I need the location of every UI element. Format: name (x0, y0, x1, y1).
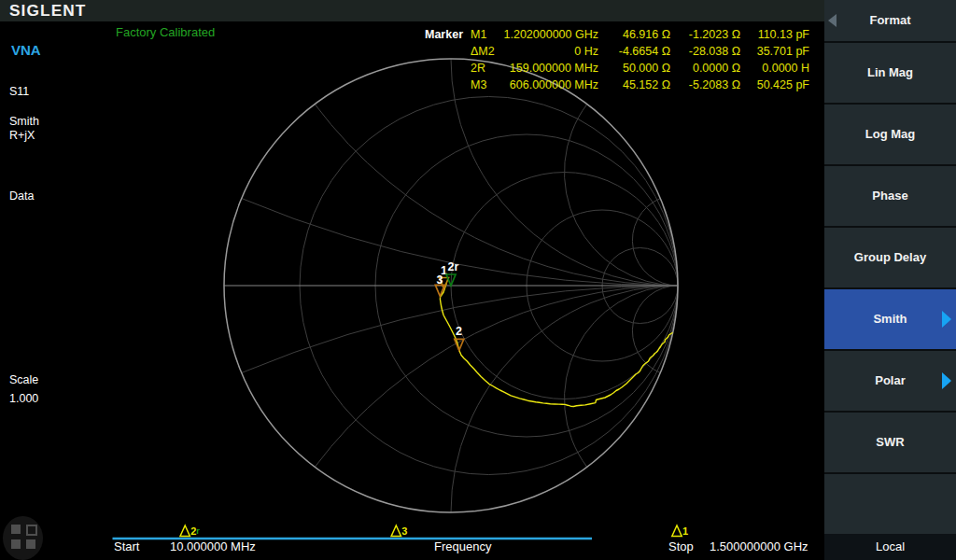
delta-marker-triangle (672, 525, 682, 537)
marker-name: M3 (471, 77, 486, 93)
stop-value[interactable]: 1.500000000 GHz (710, 539, 808, 553)
scale-value: 1.000 (9, 392, 38, 405)
back-arrow-icon (828, 14, 836, 27)
chart-marker-label: 2 (456, 325, 462, 338)
marker-resistance: 46.916 Ω (623, 26, 670, 43)
marker-resistance: -4.6654 Ω (619, 43, 670, 60)
chart-marker-label: 3 (437, 273, 443, 287)
marker-table-header: Marker (425, 26, 463, 43)
format-sub-label: R+jX (9, 129, 35, 142)
menu-item-lin-mag[interactable]: Lin Mag (824, 43, 956, 103)
top-bar: SIGLENT (0, 0, 824, 21)
marker-resistance: 45.152 Ω (623, 77, 670, 93)
marker-reactance: -1.2023 Ω (689, 26, 740, 43)
submenu-arrow-icon (942, 372, 951, 389)
grid-square (11, 539, 21, 549)
delta-marker-triangle (391, 525, 401, 537)
submenu-arrow-icon (942, 311, 951, 328)
menu-item-group-delay[interactable]: Group Delay (824, 228, 956, 287)
grid-reactance-arc (564, 105, 678, 286)
marker-frequency: 0 Hz (574, 43, 598, 60)
delta-marker-label: 3 (401, 525, 407, 537)
marker-row: ΔM2 0 Hz -4.6654 Ω -28.038 Ω 35.701 pF (425, 43, 809, 60)
grid-square-hollow (26, 525, 37, 536)
frequency-axis-label: Frequency (434, 539, 491, 553)
softkey-menu: Format Lin Mag Log Mag Phase Group Delay… (824, 0, 956, 560)
chart-marker-triangle (455, 339, 464, 350)
marker-reactance: -28.038 Ω (689, 43, 740, 60)
format-label[interactable]: Smith (9, 115, 39, 128)
grid-square (26, 539, 35, 549)
calibration-status: Factory Calibrated (116, 25, 215, 39)
marker-frequency: 606.000000 MHz (510, 77, 598, 93)
menu-title[interactable]: Format (824, 0, 956, 41)
marker-row: Marker M1 1.202000000 GHz 46.916 Ω -1.20… (425, 26, 809, 43)
menu-item-phase[interactable]: Phase (824, 166, 956, 226)
stop-label: Stop (668, 539, 694, 553)
marker-name: ΔM2 (471, 43, 495, 60)
grid-reactance-arc (564, 286, 678, 467)
marker-resistance: 50.000 Ω (623, 60, 670, 77)
vna-screen: 12r322r31 SIGLENT Factory Calibrated VNA… (0, 0, 956, 560)
delta-marker-triangle (180, 525, 190, 537)
marker-row: M3 606.000000 MHz 45.152 Ω -5.2083 Ω 50.… (425, 77, 809, 93)
marker-equivalent: 50.425 pF (757, 77, 809, 93)
siglent-logo: SIGLENT (9, 1, 86, 21)
grid-square (11, 525, 21, 534)
delta-marker-label: 2r (190, 525, 200, 537)
marker-equivalent: 35.701 pF (757, 43, 809, 60)
local-status-bar: Local (824, 534, 956, 560)
menu-item-polar[interactable]: Polar (824, 351, 956, 411)
marker-name: M1 (471, 26, 486, 43)
channel-label[interactable]: S11 (9, 85, 29, 98)
marker-equivalent: 0.0000 H (762, 60, 809, 77)
start-label: Start (114, 539, 139, 553)
marker-readout-table: Marker M1 1.202000000 GHz 46.916 Ω -1.20… (425, 26, 809, 93)
start-value[interactable]: 10.000000 MHz (170, 539, 256, 553)
marker-frequency: 159.000000 MHz (510, 60, 598, 77)
marker-name: 2R (471, 60, 485, 77)
chart-marker-triangle (435, 285, 444, 296)
marker-reactance: 0.0000 Ω (693, 60, 740, 77)
chart-marker-label: 2r (448, 260, 459, 273)
marker-equivalent: 110.13 pF (758, 26, 809, 43)
menu-item-blank[interactable] (824, 474, 956, 534)
menu-item-swr[interactable]: SWR (824, 413, 956, 472)
marker-row: 2R 159.000000 MHz 50.000 Ω 0.0000 Ω 0.00… (425, 60, 809, 77)
scale-label[interactable]: Scale (9, 373, 38, 386)
menu-item-smith[interactable]: Smith (824, 289, 956, 349)
app-title: VNA (11, 42, 41, 58)
marker-frequency: 1.202000000 GHz (504, 26, 598, 43)
app-grid-icon[interactable] (3, 516, 43, 560)
marker-reactance: -5.2083 Ω (689, 77, 740, 93)
delta-marker-label: 1 (682, 525, 688, 537)
menu-item-log-mag[interactable]: Log Mag (824, 105, 956, 164)
data-label[interactable]: Data (9, 189, 34, 203)
